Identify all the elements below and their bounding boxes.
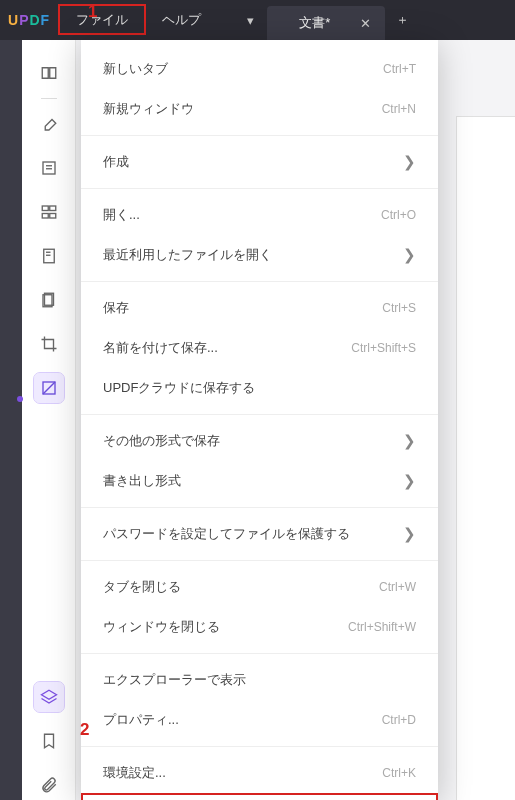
menu-label: 最近利用したファイルを開く [103,246,403,264]
annotation-1: 1 [88,2,97,22]
menu-separator [81,188,438,189]
tab-list-dropdown[interactable]: ▾ [235,5,265,35]
menu-create[interactable]: 作成 ❯ [81,142,438,182]
menu-shortcut: Ctrl+Shift+W [348,620,416,634]
menu-label: 環境設定... [103,764,382,782]
menu-separator [81,281,438,282]
menu-separator [81,135,438,136]
svg-rect-0 [43,162,55,174]
menu-close-tab[interactable]: タブを閉じる Ctrl+W [81,567,438,607]
menu-label: 新規ウィンドウ [103,100,382,118]
window-frame-left [0,40,22,800]
menu-label: プロパティ... [103,711,382,729]
edit-tool-icon[interactable] [34,153,64,183]
menu-shortcut: Ctrl+S [382,301,416,315]
app-logo: UPDF [4,12,58,28]
menu-new-window[interactable]: 新規ウィンドウ Ctrl+N [81,89,438,129]
submenu-arrow-icon: ❯ [403,472,416,490]
menu-print[interactable]: 印刷... Ctrl+P [81,793,438,800]
menu-label: 保存 [103,299,382,317]
menu-protect[interactable]: パスワードを設定してファイルを保護する ❯ [81,514,438,554]
menu-label: エクスプローラーで表示 [103,671,416,689]
active-tool-indicator [17,396,23,402]
menu-label: 書き出し形式 [103,472,403,490]
form-tool-icon[interactable] [34,197,64,227]
menu-separator [81,414,438,415]
submenu-arrow-icon: ❯ [403,525,416,543]
menu-preferences[interactable]: 環境設定... Ctrl+K [81,753,438,793]
menu-shortcut: Ctrl+W [379,580,416,594]
svg-rect-6 [49,214,55,219]
menu-save-as[interactable]: 名前を付けて保存... Ctrl+Shift+S [81,328,438,368]
menu-label: UPDFクラウドに保存する [103,379,416,397]
menu-export-format[interactable]: 書き出し形式 ❯ [81,461,438,501]
svg-rect-7 [43,249,54,263]
menu-open[interactable]: 開く... Ctrl+O [81,195,438,235]
menu-shortcut: Ctrl+K [382,766,416,780]
tab-title: 文書* [281,14,360,32]
new-tab-button[interactable]: ＋ [387,5,417,35]
bookmark-icon[interactable] [34,726,64,756]
menu-label: 作成 [103,153,403,171]
menu-save[interactable]: 保存 Ctrl+S [81,288,438,328]
reader-tool-icon[interactable] [34,58,64,88]
left-toolbar [22,40,76,800]
menu-shortcut: Ctrl+Shift+S [351,341,416,355]
redact-tool-icon[interactable] [34,373,64,403]
crop-tool-icon[interactable] [34,329,64,359]
menu-reveal-explorer[interactable]: エクスプローラーで表示 [81,660,438,700]
submenu-arrow-icon: ❯ [403,432,416,450]
submenu-arrow-icon: ❯ [403,153,416,171]
svg-rect-3 [42,206,48,211]
menu-separator [81,653,438,654]
page-preview [456,116,515,800]
tab-close-icon[interactable]: ✕ [360,16,371,31]
menu-label: 新しいタブ [103,60,383,78]
document-tab[interactable]: 文書* ✕ [267,6,385,40]
menu-separator [81,507,438,508]
menu-shortcut: Ctrl+N [382,102,416,116]
menu-properties[interactable]: プロパティ... Ctrl+D [81,700,438,740]
menu-label: 開く... [103,206,381,224]
menu-separator [81,560,438,561]
menu-close-window[interactable]: ウィンドウを閉じる Ctrl+Shift+W [81,607,438,647]
annotation-2: 2 [80,720,89,740]
layers-icon[interactable] [34,682,64,712]
menubar: UPDF ファイル ヘルプ ▾ 文書* ✕ ＋ [0,0,515,40]
annotate-tool-icon[interactable] [34,109,64,139]
svg-line-11 [43,382,55,394]
menu-recent[interactable]: 最近利用したファイルを開く ❯ [81,235,438,275]
svg-marker-12 [41,690,56,699]
menu-label: タブを閉じる [103,578,379,596]
organize-tool-icon[interactable] [34,285,64,315]
menu-help[interactable]: ヘルプ [146,6,217,34]
menu-shortcut: Ctrl+D [382,713,416,727]
file-menu-dropdown: 新しいタブ Ctrl+T 新規ウィンドウ Ctrl+N 作成 ❯ 開く... C… [81,40,438,800]
attachment-icon[interactable] [34,770,64,800]
menu-shortcut: Ctrl+O [381,208,416,222]
page-tool-icon[interactable] [34,241,64,271]
menu-shortcut: Ctrl+T [383,62,416,76]
svg-rect-5 [42,214,48,219]
submenu-arrow-icon: ❯ [403,246,416,264]
menu-label: ウィンドウを閉じる [103,618,348,636]
menu-label: 名前を付けて保存... [103,339,351,357]
svg-rect-4 [49,206,55,211]
menu-label: その他の形式で保存 [103,432,403,450]
menu-new-tab[interactable]: 新しいタブ Ctrl+T [81,49,438,89]
menu-save-cloud[interactable]: UPDFクラウドに保存する [81,368,438,408]
tab-strip: ▾ 文書* ✕ ＋ [235,0,417,40]
menu-separator [81,746,438,747]
menu-file[interactable]: ファイル [58,4,146,35]
menu-save-other[interactable]: その他の形式で保存 ❯ [81,421,438,461]
menu-label: パスワードを設定してファイルを保護する [103,525,403,543]
toolbar-separator [41,98,57,99]
